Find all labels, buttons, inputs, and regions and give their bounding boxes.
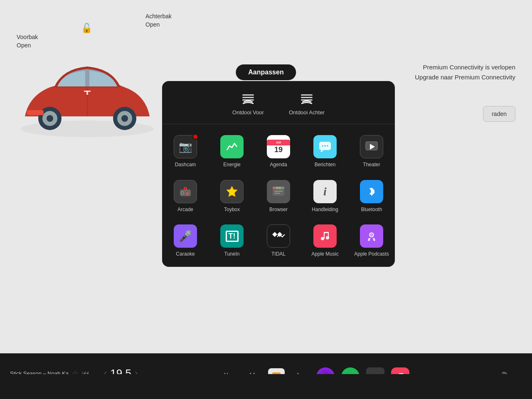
connectivity-message: Premium Connectivity is verlopen Upgrade… — [415, 62, 515, 82]
browser-label: Browser — [269, 207, 288, 213]
svg-point-37 — [321, 237, 324, 240]
app-handleiding[interactable]: i Handleiding — [302, 173, 348, 218]
svg-point-6 — [121, 115, 128, 122]
app-caraoke[interactable]: 🎤 Caraoke — [162, 218, 209, 263]
tunein-label: TuneIn — [224, 251, 240, 258]
svg-rect-10 — [86, 91, 88, 95]
app-berichten[interactable]: Berichten — [302, 128, 348, 173]
svg-rect-15 — [301, 97, 313, 98]
agenda-icon: Juli 19 — [267, 135, 290, 158]
toybox-label: Toybox — [224, 207, 240, 213]
bluetooth-icon — [360, 180, 383, 203]
app-toybox[interactable]: Toybox — [209, 173, 255, 218]
theater-icon — [360, 135, 383, 158]
svg-point-28 — [184, 187, 187, 190]
app-agenda[interactable]: Juli 19 Agenda — [255, 128, 302, 173]
agenda-label: Agenda — [270, 162, 287, 168]
berichten-icon — [313, 135, 337, 158]
app-tunein[interactable]: T! TuneIn — [209, 218, 255, 263]
apple-music-icon — [313, 224, 337, 248]
connectivity-line1: Premium Connectivity is verlopen — [415, 62, 515, 72]
defrost-voor-button[interactable]: Ontdooi Voor — [232, 91, 264, 116]
svg-rect-14 — [301, 94, 313, 96]
svg-rect-40 — [324, 232, 325, 239]
svg-rect-13 — [242, 99, 254, 101]
svg-point-32 — [274, 187, 276, 189]
defrost-achter-icon — [299, 91, 314, 106]
dashcam-label: Dashcam — [175, 162, 196, 168]
apple-podcasts-label: Apple Podcasts — [354, 251, 389, 258]
svg-rect-27 — [186, 193, 189, 194]
achterbak-status: Achterbak Open — [145, 12, 172, 29]
svg-point-3 — [47, 115, 53, 122]
app-menu-popup: Ontdooi Voor Ontdooi Achter 📷 — [162, 81, 395, 267]
app-apple-music[interactable]: Apple Music — [302, 218, 348, 263]
theater-label: Theater — [363, 162, 380, 168]
svg-rect-35 — [274, 191, 283, 192]
bluetooth-label: Bluetooth — [361, 207, 382, 213]
defrost-achter-label: Ontdooi Achter — [289, 109, 325, 116]
svg-point-34 — [279, 187, 281, 189]
defrost-voor-icon — [241, 91, 256, 106]
svg-rect-36 — [274, 193, 280, 194]
caraoke-icon: 🎤 — [174, 224, 197, 248]
handleiding-icon: i — [313, 180, 337, 203]
energie-label: Energie — [223, 162, 240, 168]
svg-rect-11 — [242, 94, 254, 96]
arcade-label: Arcade — [177, 207, 193, 213]
physical-bottom — [0, 374, 532, 399]
energie-icon — [220, 135, 244, 158]
toybox-icon — [220, 180, 244, 203]
lock-icon: 🔓 — [81, 23, 92, 34]
svg-marker-29 — [227, 186, 237, 197]
upgrade-button[interactable]: raden — [483, 106, 515, 122]
caraoke-label: Caraoke — [176, 251, 195, 258]
app-arcade[interactable]: Arcade — [162, 173, 209, 218]
app-bluetooth[interactable]: Bluetooth — [348, 173, 395, 218]
svg-point-20 — [327, 145, 328, 147]
apple-podcasts-icon — [360, 224, 383, 248]
app-grid: 📷 Dashcam Energie Juli — [162, 124, 395, 267]
tidal-label: TIDAL — [271, 251, 286, 258]
app-dashcam[interactable]: 📷 Dashcam — [162, 128, 209, 173]
svg-rect-41 — [328, 232, 329, 238]
car-image — [8, 42, 166, 158]
browser-icon — [267, 180, 290, 203]
berichten-label: Berichten — [315, 162, 336, 168]
svg-point-25 — [182, 192, 183, 194]
defrost-row: Ontdooi Voor Ontdooi Achter — [162, 81, 395, 124]
handleiding-label: Handleiding — [312, 207, 338, 213]
dashcam-recording-dot — [192, 134, 198, 140]
svg-rect-16 — [301, 99, 313, 101]
apple-music-label: Apple Music — [311, 251, 338, 258]
svg-rect-12 — [242, 97, 254, 98]
svg-point-18 — [322, 145, 323, 147]
svg-point-44 — [371, 234, 372, 236]
app-apple-podcasts[interactable]: Apple Podcasts — [348, 218, 395, 263]
dashcam-icon: 📷 — [174, 135, 197, 158]
connectivity-line2: Upgrade naar Premium Connectivity — [415, 72, 515, 82]
background-screen: Voorbak Open Achterbak Open 🔓 Aanpassen … — [0, 0, 532, 399]
svg-rect-8 — [27, 110, 44, 115]
defrost-achter-button[interactable]: Ontdooi Achter — [289, 91, 325, 116]
tunein-icon: T! — [220, 224, 244, 248]
svg-point-33 — [276, 187, 278, 189]
defrost-voor-label: Ontdooi Voor — [232, 109, 264, 116]
aanpassen-button[interactable]: Aanpassen — [236, 64, 296, 80]
app-energie[interactable]: Energie — [209, 128, 255, 173]
app-tidal[interactable]: TIDAL — [255, 218, 302, 263]
tidal-icon — [267, 224, 290, 248]
app-theater[interactable]: Theater — [348, 128, 395, 173]
app-browser[interactable]: Browser — [255, 173, 302, 218]
svg-point-19 — [324, 145, 326, 147]
arcade-icon — [174, 180, 197, 203]
